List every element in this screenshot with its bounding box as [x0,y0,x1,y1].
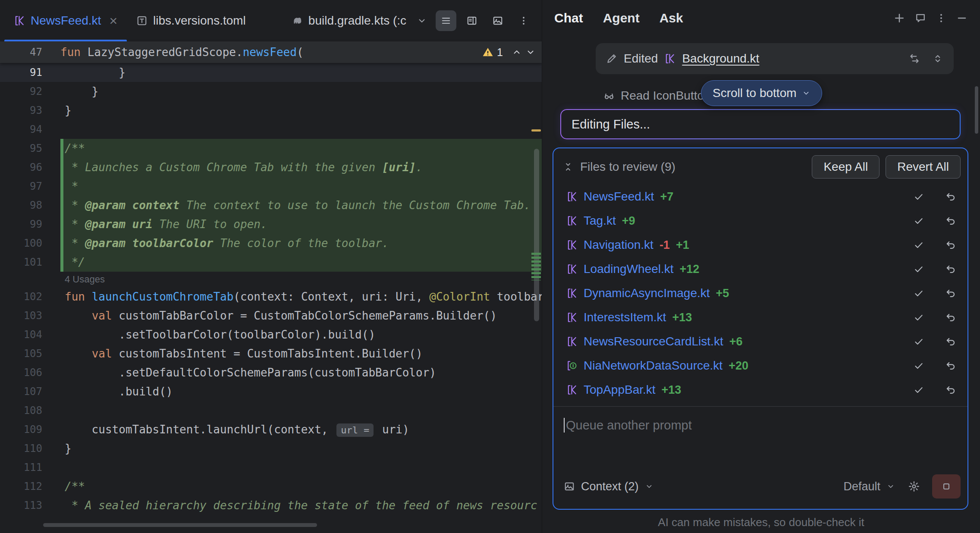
diff-count: +1 [676,238,689,252]
diff-count: -1 [660,238,670,252]
chat-scrollbar[interactable] [975,86,978,134]
file-review-row[interactable]: NewsFeed.kt+7 [553,185,967,209]
tab-libs-versions-toml[interactable]: libs.versions.toml [127,0,255,41]
file-link[interactable]: DynamicAsyncImage.kt [584,286,710,300]
prev-problem-icon[interactable] [512,47,522,57]
keep-file-button[interactable] [913,360,924,371]
revert-all-button[interactable]: Revert All [886,155,961,179]
preview-button[interactable] [487,10,508,31]
file-review-row[interactable]: DynamicAsyncImage.kt+5 [553,281,967,305]
file-review-row[interactable]: Tag.kt+9 [553,209,967,233]
scroll-to-bottom-label: Scroll to bottom [713,86,797,100]
revert-file-button[interactable] [945,312,956,323]
next-problem-icon[interactable] [525,47,536,57]
code-line: 108 [0,401,542,420]
model-selector[interactable]: Default [843,480,880,493]
editor-more-button[interactable] [513,10,534,31]
tab-agent[interactable]: Agent [603,11,640,25]
file-link[interactable]: Tag.kt [584,214,616,228]
file-review-row[interactable]: Navigation.kt-1+1 [553,233,967,257]
tab-newsfeed-kt[interactable]: NewsFeed.kt × [4,0,127,41]
chevron-down-icon[interactable] [645,482,653,491]
file-review-row[interactable]: LoadingWheel.kt+12 [553,257,967,281]
new-chat-icon[interactable] [893,12,906,25]
tab-ask[interactable]: Ask [660,11,683,25]
edited-file-card[interactable]: Edited Background.kt [596,43,954,74]
edited-file-link[interactable]: Background.kt [682,52,759,66]
revert-file-button[interactable] [945,239,956,251]
image-preview-icon [492,15,503,26]
file-review-row[interactable]: TopAppBar.kt+13 [553,378,967,402]
toml-file-icon [136,15,148,26]
sticky-line[interactable]: 47 fun LazyStaggeredGridScope.newsFeed( … [0,41,542,63]
inspection-widget: 1 [482,46,542,59]
keep-all-button[interactable]: Keep All [812,155,879,179]
prompt-input[interactable]: Queue another prompt [553,407,967,472]
keep-file-button[interactable] [913,336,924,347]
expand-icon[interactable] [932,53,943,64]
chevron-down-icon[interactable] [886,482,895,491]
tab-overflow-chevron-icon[interactable] [417,16,427,26]
files-to-review-title: Files to review (9) [580,160,675,174]
stop-button[interactable] [932,474,961,499]
collapse-icon[interactable] [563,162,573,172]
line-number: 113 [0,496,60,515]
editor-horizontal-scrollbar[interactable] [43,523,317,527]
usages-hint[interactable]: 4 Usages [0,272,542,287]
kotlin-icon [566,239,578,251]
file-link[interactable]: Navigation.kt [584,238,653,252]
revert-file-button[interactable] [945,384,956,395]
close-tab-icon[interactable]: × [109,14,117,28]
file-link[interactable]: LoadingWheel.kt [584,262,674,276]
list-view-icon [440,15,452,26]
context-selector[interactable]: Context (2) [581,480,639,493]
chat-more-icon[interactable] [935,12,947,24]
gear-icon[interactable] [908,480,920,492]
keep-file-button[interactable] [913,191,924,202]
editor-vertical-scrollbar[interactable] [534,149,539,321]
keep-file-button[interactable] [913,384,924,395]
keep-file-button[interactable] [913,312,924,323]
revert-file-button[interactable] [945,191,956,202]
file-link[interactable]: InterestsItem.kt [584,310,666,324]
revert-file-button[interactable] [945,215,956,226]
show-diff-icon[interactable] [909,53,920,64]
keep-file-button[interactable] [913,215,924,226]
agent-status: Editing Files... [560,109,961,139]
line-number: 94 [0,120,60,139]
revert-file-button[interactable] [945,263,956,275]
keep-file-button[interactable] [913,263,924,275]
code-line: 113 * A sealed hierarchy describing the … [0,496,542,515]
scroll-to-bottom-button[interactable]: Scroll to bottom [701,80,822,106]
file-link[interactable]: NewsResourceCardList.kt [584,335,723,348]
attach-image-icon[interactable] [564,481,575,492]
code-line: 101 */ [0,253,542,272]
hide-panel-icon[interactable] [956,12,968,24]
file-link[interactable]: TopAppBar.kt [584,383,656,397]
tab-label: libs.versions.toml [153,14,246,28]
warning-icon[interactable] [482,47,493,58]
code-line: 112/** [0,477,542,496]
revert-file-button[interactable] [945,288,956,299]
keep-file-button[interactable] [913,239,924,251]
chat-history-icon[interactable] [914,12,927,24]
chat-header-actions [893,12,968,25]
code-lines[interactable]: 91 }92 }93}9495/**96 * Launches a Custom… [0,63,542,515]
revert-file-button[interactable] [945,360,956,371]
split-view-button[interactable] [462,10,482,31]
line-number: 110 [0,439,60,458]
list-view-button[interactable] [436,10,456,31]
file-review-row[interactable]: NiaNetworkDataSource.kt+20 [553,354,967,378]
disclaimer: AI can make mistakes, so double-check it [542,516,980,529]
file-review-row[interactable]: NewsResourceCardList.kt+6 [553,329,967,354]
warning-stripe-mark[interactable] [531,129,541,132]
file-review-row[interactable]: InterestsItem.kt+13 [553,305,967,329]
tab-build-gradle-kts[interactable]: build.gradle.kts (:c [282,0,416,41]
keep-file-button[interactable] [913,288,924,299]
line-number: 95 [0,139,60,158]
file-link[interactable]: NiaNetworkDataSource.kt [584,359,722,373]
diff-count: +13 [662,383,682,397]
file-link[interactable]: NewsFeed.kt [584,190,654,204]
revert-file-button[interactable] [945,336,956,347]
tab-chat[interactable]: Chat [554,11,583,25]
